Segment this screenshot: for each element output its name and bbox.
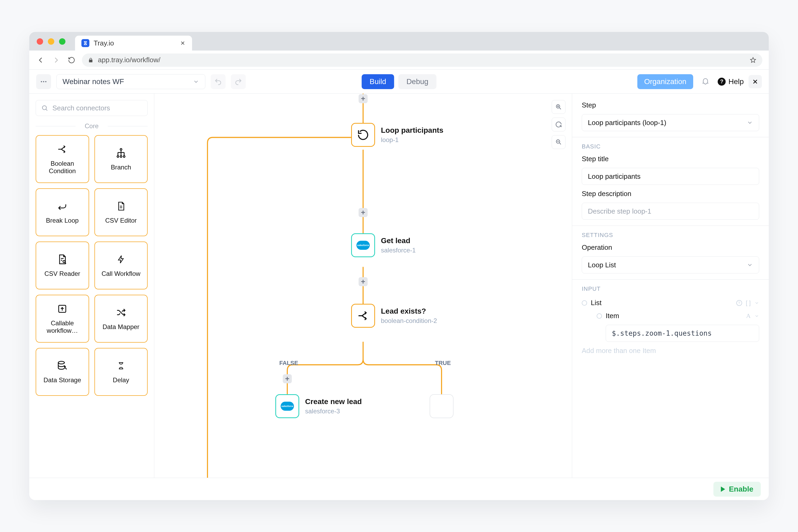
connector-branch[interactable]: Branch	[94, 135, 148, 183]
chevron-down-icon[interactable]	[754, 314, 759, 318]
build-label: Build	[370, 77, 386, 86]
step-heading: Step	[582, 101, 759, 109]
node-empty[interactable]	[430, 394, 454, 418]
add-step-button[interactable]: +	[283, 374, 292, 383]
type-badge[interactable]: A	[746, 312, 750, 320]
chevron-down-icon	[747, 262, 753, 268]
node-title: Loop participants	[381, 126, 443, 135]
debug-label: Debug	[406, 77, 429, 86]
enable-button[interactable]: Enable	[714, 482, 761, 497]
organization-label: Organization	[644, 77, 687, 86]
add-more-label: Add more than one Item	[582, 347, 656, 355]
connectors-grid: Boolean ConditionBranchBreak LoopCSV Edi…	[36, 135, 148, 396]
connector-break-loop[interactable]: Break Loop	[36, 188, 89, 236]
step-select[interactable]: Loop participants (loop-1)	[582, 114, 759, 131]
build-tab[interactable]: Build	[362, 74, 394, 89]
step-title-value: Loop participants	[588, 172, 641, 180]
connectors-section-label: Core	[36, 122, 148, 130]
browser-tab[interactable]: Tray.io	[75, 36, 192, 51]
minimize-dot[interactable]	[48, 38, 54, 45]
connector-label: Boolean Condition	[39, 160, 86, 174]
connector-data-mapper[interactable]: Data Mapper	[94, 295, 148, 343]
empty-node-placeholder	[430, 394, 454, 418]
node-loop[interactable]: Loop participantsloop-1	[351, 123, 443, 147]
properties-panel: Step Loop participants (loop-1) BASIC St…	[572, 94, 769, 478]
step-select-value: Loop participants (loop-1)	[588, 119, 666, 127]
connector-label: Data Storage	[44, 376, 81, 384]
step-description-input[interactable]: Describe step loop-1	[582, 203, 759, 220]
debug-tab[interactable]: Debug	[398, 74, 437, 89]
redo-button[interactable]	[231, 74, 246, 89]
connectors-sidebar: Search connectors Core Boolean Condition…	[29, 94, 154, 478]
add-more-item[interactable]: Add more than one Item	[582, 347, 759, 355]
add-step-button[interactable]: +	[359, 277, 367, 286]
undo-button[interactable]	[211, 74, 226, 89]
section-basic: BASIC	[582, 143, 759, 150]
database-icon	[56, 360, 68, 372]
close-dot[interactable]	[37, 38, 43, 45]
node-get-lead[interactable]: Get leadsalesforce-1	[351, 233, 416, 257]
operation-label: Operation	[582, 243, 759, 252]
app-toolbar: Webinar notes WF Build Debug Organizatio…	[29, 70, 769, 94]
chevron-down-icon[interactable]	[754, 301, 759, 305]
input-item-value[interactable]: $.steps.zoom-1.questions	[606, 325, 759, 342]
input-list-row[interactable]: List ? [ ]	[582, 299, 759, 307]
branch-label-true: TRUE	[435, 360, 451, 366]
enable-label: Enable	[729, 485, 753, 493]
brackets-icon[interactable]: [ ]	[746, 300, 750, 306]
workflow-select[interactable]: Webinar notes WF	[56, 74, 205, 89]
bookmark-star-icon[interactable]	[749, 57, 757, 63]
node-create-lead[interactable]: Create new leadsalesforce-3	[275, 394, 362, 418]
step-description-label: Step description	[582, 190, 759, 198]
connector-data-storage[interactable]: Data Storage	[36, 348, 89, 396]
help-dot-icon[interactable]: ?	[736, 300, 742, 306]
step-title-input[interactable]: Loop participants	[582, 168, 759, 185]
svg-point-5	[117, 156, 119, 157]
hourglass-icon	[115, 360, 127, 372]
node-lead-exists[interactable]: Lead exists?boolean-condition-2	[351, 304, 437, 328]
connector-label: Callable workflow…	[39, 320, 86, 334]
add-step-button[interactable]: +	[359, 208, 367, 217]
loop-icon	[357, 129, 369, 141]
connector-label: Call Workflow	[101, 270, 140, 278]
input-item-row[interactable]: Item A	[597, 312, 759, 320]
section-settings: SETTINGS	[582, 232, 759, 239]
connector-label: Delay	[113, 376, 129, 384]
add-step-button[interactable]: +	[359, 94, 367, 103]
connector-call-workflow[interactable]: Call Workflow	[94, 242, 148, 289]
connector-csv-editor[interactable]: CSV Editor	[94, 188, 148, 236]
close-tab-icon[interactable]	[180, 40, 186, 46]
tab-title: Tray.io	[94, 39, 114, 48]
nav-forward-icon[interactable]	[51, 55, 61, 65]
close-editor-button[interactable]	[748, 75, 762, 88]
tray-favicon	[81, 39, 89, 47]
node-title: Create new lead	[305, 397, 362, 406]
input-list-label: List	[591, 299, 602, 307]
connector-delay[interactable]: Delay	[94, 348, 148, 396]
svg-point-4	[120, 149, 122, 151]
nav-back-icon[interactable]	[36, 55, 46, 65]
input-item-label: Item	[606, 312, 619, 320]
url-field[interactable]: app.tray.io/workflow/	[82, 54, 762, 67]
reload-icon[interactable]	[66, 55, 77, 65]
help-button[interactable]: ? Help	[718, 77, 744, 86]
connector-callable-workflow[interactable]: Callable workflow…	[36, 295, 89, 343]
browser-addressbar: app.tray.io/workflow/	[29, 51, 769, 70]
notifications-icon[interactable]	[698, 74, 713, 89]
window-controls[interactable]	[37, 38, 65, 45]
connector-search[interactable]: Search connectors	[36, 100, 148, 116]
svg-point-3	[42, 106, 46, 110]
section-input: INPUT	[582, 285, 759, 292]
browser-tabbar: Tray.io	[29, 32, 769, 51]
connector-csv-reader[interactable]: CSV Reader	[36, 242, 89, 289]
connector-label: Data Mapper	[102, 323, 139, 331]
connector-boolean-condition[interactable]: Boolean Condition	[36, 135, 89, 183]
branch-arrow-icon	[56, 144, 68, 155]
more-menu-button[interactable]	[36, 74, 51, 89]
svg-point-0	[41, 81, 42, 82]
flow-canvas[interactable]: + Loop participantsloop-1 + Get leadsale…	[154, 94, 572, 478]
node-id: salesforce-1	[381, 247, 416, 254]
operation-select[interactable]: Loop List	[582, 256, 759, 273]
organization-chip[interactable]: Organization	[637, 74, 694, 89]
maximize-dot[interactable]	[59, 38, 65, 45]
